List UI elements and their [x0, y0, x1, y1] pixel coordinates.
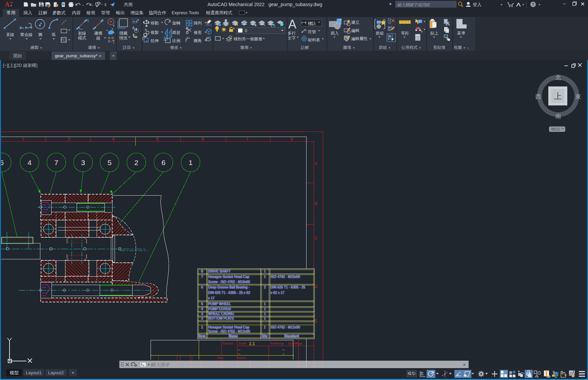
svg-text:7: 7 — [246, 137, 248, 142]
svg-text:–: – — [300, 341, 302, 345]
svg-text:A-A: A-A — [133, 20, 138, 23]
svg-text:DRIVE SHAFT: DRIVE SHAFT — [208, 269, 231, 273]
svg-text:複製: 複製 — [151, 30, 159, 35]
svg-text:Name: Name — [229, 334, 238, 338]
svg-text:Date: Date — [217, 356, 223, 360]
svg-text:上: 上 — [554, 92, 562, 101]
svg-text:–: – — [238, 352, 240, 356]
svg-text:E: E — [315, 318, 318, 323]
svg-text:x 62 x 17: x 62 x 17 — [271, 291, 285, 295]
svg-text:線: 線 — [96, 36, 100, 40]
svg-text:–: – — [238, 347, 240, 352]
svg-text:南: 南 — [555, 113, 561, 120]
svg-text:1: 1 — [189, 159, 193, 166]
svg-text:0: 0 — [245, 28, 247, 33]
svg-text:–: – — [281, 341, 284, 345]
svg-text:標註: 標註 — [308, 21, 316, 26]
svg-text:直線: 直線 — [6, 32, 14, 37]
svg-text:2: 2 — [22, 137, 24, 142]
svg-text:多行: 多行 — [288, 31, 296, 36]
svg-text:2: 2 — [264, 285, 266, 289]
svg-text:A: A — [315, 161, 318, 166]
svg-text:Item: Item — [199, 334, 206, 338]
svg-text:DIN 625 T1 - 6305 - 25 x 62: DIN 625 T1 - 6305 - 25 x 62 — [208, 291, 250, 295]
svg-text:Position: Position — [270, 342, 281, 345]
svg-text:PUMP WHEEL: PUMP WHEEL — [208, 302, 231, 306]
svg-text:ISO 4762 - M10x60: ISO 4762 - M10x60 — [271, 275, 300, 279]
svg-text:陣列: 陣列 — [194, 21, 202, 25]
svg-text:建構: 建構 — [94, 31, 102, 36]
svg-text:6: 6 — [201, 137, 204, 142]
svg-text:1: 1 — [264, 325, 266, 329]
svg-text:1: 1 — [201, 325, 203, 329]
svg-text:2: 2 — [201, 317, 203, 320]
svg-text:7: 7 — [201, 275, 203, 279]
svg-text:旋轉: 旋轉 — [172, 21, 180, 25]
svg-text:文字: 文字 — [288, 36, 296, 40]
svg-text:Quantity: Quantity — [288, 342, 300, 345]
svg-text:–: – — [282, 347, 285, 352]
svg-text:4: 4 — [112, 137, 114, 142]
svg-text:Screw - ISO 4762 - M10x60: Screw - ISO 4762 - M10x60 — [208, 280, 250, 284]
svg-text:移到另一個圖層: 移到另一個圖層 — [234, 37, 262, 41]
svg-text:基準: 基準 — [457, 31, 465, 36]
svg-text:修剪: 修剪 — [194, 30, 202, 35]
svg-text:模式: 模式 — [78, 36, 86, 40]
svg-text:聚合線: 聚合線 — [20, 32, 33, 37]
svg-text:A: A — [5, 1, 10, 8]
svg-text:Screw - ISO 4762 - M12x90: Screw - ISO 4762 - M12x90 — [208, 329, 250, 333]
svg-text:M: M — [10, 1, 13, 4]
svg-text:材料表: 材料表 — [308, 38, 320, 42]
svg-text:A: A — [288, 17, 296, 31]
svg-text:群組: 群組 — [376, 31, 384, 36]
svg-text:ISO 4762 - M12x90: ISO 4762 - M12x90 — [271, 325, 300, 329]
svg-text:B: B — [315, 201, 318, 206]
svg-text:6: 6 — [201, 285, 203, 289]
svg-text:C: C — [314, 236, 317, 241]
svg-text:WCS: WCS — [551, 127, 560, 131]
svg-text:比例: 比例 — [172, 38, 180, 43]
svg-text:WHEEL CASING: WHEEL CASING — [208, 312, 234, 316]
svg-text:4: 4 — [27, 159, 32, 166]
svg-text:Scale: Scale — [238, 342, 246, 345]
svg-text:圓: 圓 — [38, 32, 42, 37]
svg-text:Surface: Surface — [222, 342, 233, 345]
svg-text:圓角: 圓角 — [194, 38, 202, 43]
svg-text:DIN 625 T1 - 6305 - 25: DIN 625 T1 - 6305 - 25 — [271, 285, 306, 289]
svg-text:3: 3 — [81, 159, 85, 166]
svg-text:8: 8 — [290, 137, 293, 142]
svg-text:6: 6 — [161, 159, 165, 166]
svg-text:1: 1 — [264, 312, 266, 316]
svg-text:拉伸: 拉伸 — [150, 38, 159, 43]
svg-text:2: 2 — [134, 159, 138, 166]
svg-text:隱藏: 隱藏 — [119, 31, 128, 36]
svg-text:1: 1 — [264, 307, 266, 311]
svg-text:D: D — [314, 284, 317, 289]
svg-text:Hexagon Socket Head Cap: Hexagon Socket Head Cap — [208, 275, 250, 279]
svg-text:鏡射: 鏡射 — [172, 30, 180, 35]
svg-text:東: 東 — [575, 94, 581, 100]
svg-text:A: A — [305, 28, 307, 32]
svg-text:Deep Groove Ball Bearing -: Deep Groove Ball Bearing - — [208, 285, 250, 289]
svg-text:弧: 弧 — [52, 32, 56, 37]
svg-text:5: 5 — [107, 159, 112, 166]
svg-text:8: 8 — [201, 269, 203, 273]
svg-text:1: 1 — [264, 317, 266, 320]
svg-text:Standard: Standard — [284, 334, 299, 338]
svg-text:1:1: 1:1 — [249, 341, 255, 346]
svg-text:5: 5 — [156, 137, 158, 142]
svg-text:?: ? — [532, 2, 534, 7]
svg-text:1: 1 — [264, 269, 266, 273]
svg-text:北: 北 — [555, 74, 561, 81]
svg-text:貼上: 貼上 — [430, 31, 438, 36]
svg-text:等距: 等距 — [401, 31, 409, 36]
svg-text:編輯: 編輯 — [351, 28, 359, 33]
svg-text:移動: 移動 — [151, 21, 159, 25]
svg-text:4: 4 — [201, 307, 203, 311]
svg-text:7: 7 — [54, 159, 58, 166]
svg-text:1: 1 — [264, 302, 266, 306]
svg-text:Hexagon Socket Head Cap: Hexagon Socket Head Cap — [208, 325, 250, 329]
svg-text:插入: 插入 — [331, 31, 339, 36]
svg-text:5: 5 — [201, 302, 203, 306]
svg-text:建立: 建立 — [351, 20, 359, 25]
